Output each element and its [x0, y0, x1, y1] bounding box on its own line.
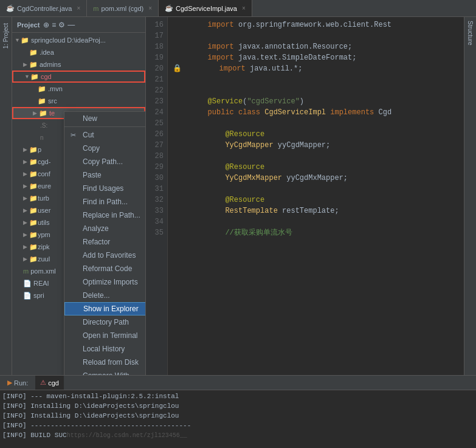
xml-file-icon: m — [93, 5, 98, 12]
sidebar-header: Project ⊕ ≡ ⚙ — — [12, 17, 145, 33]
ctx-directory-path[interactable]: Directory Path Ctrl+Alt+F12 — [64, 315, 146, 329]
bottom-tab-cgd[interactable]: ⚠ cgd — [35, 376, 64, 390]
ctx-add-favorites[interactable]: Add to Favorites — [64, 249, 146, 262]
log-line-3: [INFO] Installing D:\ideaProjects\spring… — [2, 411, 474, 421]
java-file-icon: ☕ — [6, 4, 15, 12]
tab-label-cgdserviceimpl: CgdServiceImpl.java — [176, 5, 237, 12]
code-line-19: import java.text.SimpleDateFormat; — [173, 52, 459, 63]
ctx-findpath-label: Find in Path... — [83, 198, 146, 206]
folder-icon-eure: 📁 — [29, 182, 38, 190]
line-num-16: 16 — [146, 19, 167, 30]
tree-item-idea[interactable]: 📁 .idea — [12, 46, 145, 58]
tree-label-mvn: .mvn — [48, 85, 63, 92]
line-num-20: 20 — [146, 63, 167, 74]
ctx-copy[interactable]: Copy Ctrl+C — [64, 142, 146, 155]
tab-cgdserviceimpl[interactable]: ☕ CgdServiceImpl.java × — [159, 0, 252, 16]
ctx-new[interactable]: New ▶ — [64, 112, 146, 125]
line-num-26: 26 — [146, 129, 167, 140]
tab-label-cgdcontroller: CgdController.java — [17, 5, 72, 12]
tree-item-springcloud[interactable]: ▼ 📁 springcloud D:\ideaProj... — [12, 34, 145, 46]
tab-label-pomxml: pom.xml (cgd) — [102, 5, 144, 12]
ctx-open-terminal[interactable]: Open in Terminal — [64, 329, 146, 342]
tree-item-src[interactable]: 📁 src — [12, 95, 145, 107]
ctx-find-usages[interactable]: Find Usages Alt+F7 — [64, 182, 146, 195]
tab-close-pomxml[interactable]: × — [148, 5, 152, 12]
tree-item-cgd[interactable]: ▼ 📁 cgd — [12, 71, 145, 83]
tree-item-admins[interactable]: ▶ 📁 admins — [12, 58, 145, 71]
ctx-cut-icon: ✂ — [71, 131, 80, 139]
ctx-compare[interactable]: Compare With... Ctrl+D — [64, 369, 146, 375]
ctx-cut-label: Cut — [83, 131, 146, 139]
project-panel-tab[interactable]: 1: Project — [1, 19, 10, 52]
line-numbers: 16 17 18 19 20 21 22 23 24 25 26 27 28 2… — [146, 17, 168, 375]
run-tab-label: Run: — [14, 379, 28, 387]
ctx-optimize-label: Optimize Imports — [83, 278, 146, 286]
tree-label-cgd: cgd — [41, 73, 52, 80]
line-num-33: 33 — [146, 205, 167, 216]
ctx-analyze[interactable]: Analyze ▶ — [64, 222, 146, 235]
collapse-icon[interactable]: ≡ — [52, 21, 56, 29]
ctx-delete[interactable]: Delete... Delete — [64, 289, 146, 302]
folder-icon-mvn: 📁 — [38, 85, 46, 93]
ctx-reload-disk[interactable]: Reload from Disk — [64, 356, 146, 369]
code-line-16: import org.springframework.web.client.Re… — [173, 19, 459, 30]
ctx-refactor[interactable]: Refactor ▶ — [64, 235, 146, 249]
code-line-26: @Resource — [173, 129, 459, 140]
tree-label-springcloud: springcloud D:\ideaProj... — [31, 36, 106, 44]
code-line-30: YyCgdMxMapper yyCgdMxMapper; — [173, 173, 459, 184]
ctx-find-path[interactable]: Find in Path... Ctrl+Shift+F — [64, 195, 146, 208]
gear-icon[interactable]: ⚙ — [58, 21, 65, 29]
code-line-32: @Resource — [173, 195, 459, 205]
tab-cgdcontroller[interactable]: ☕ CgdController.java × — [0, 0, 87, 16]
line-num-22: 22 — [146, 85, 167, 96]
folder-icon-cgd: 📁 — [30, 73, 39, 81]
tab-bar: ☕ CgdController.java × m pom.xml (cgd) ×… — [0, 0, 476, 17]
ctx-show-explorer[interactable]: Show in Explorer — [64, 302, 146, 315]
log-line-5: [INFO] BUILD SUChttps://blog.csdn.net/zj… — [2, 430, 474, 440]
tab-close-cgdcontroller[interactable]: × — [77, 5, 81, 12]
java-file-icon-2: ☕ — [165, 4, 173, 12]
minimize-icon[interactable]: — — [67, 21, 75, 29]
tab-pomxml[interactable]: m pom.xml (cgd) × — [87, 0, 159, 16]
line-num-19: 19 — [146, 52, 167, 63]
line-num-24: 24 — [146, 107, 167, 118]
line-num-28: 28 — [146, 151, 167, 162]
folder-icon-zipk: 📁 — [29, 243, 38, 251]
code-line-22 — [173, 85, 459, 96]
tree-arrow-te: ▶ — [33, 110, 39, 116]
code-line-27: YyCgdMapper yyCgdMapper; — [173, 140, 459, 151]
project-sidebar: Project ⊕ ≡ ⚙ — ▼ 📁 springcloud D:\ideaP… — [12, 17, 146, 375]
ctx-copy-label: Copy — [83, 144, 146, 153]
folder-icon-p: 📁 — [29, 146, 38, 154]
tab-close-cgdserviceimpl[interactable]: × — [242, 5, 246, 12]
ctx-paste[interactable]: Paste Ctrl+V — [64, 168, 146, 182]
line-num-17: 17 — [146, 30, 167, 41]
line-num-21: 21 — [146, 74, 167, 85]
line-num-18: 18 — [146, 41, 167, 52]
line-num-32: 32 — [146, 195, 167, 205]
ctx-replace-path[interactable]: Replace in Path... Ctrl+Shift+R — [64, 208, 146, 222]
code-line-23: @Service("cgdService") — [173, 96, 459, 107]
structure-panel-tab[interactable]: Structure — [466, 17, 475, 49]
tree-label-idea: .idea — [40, 49, 54, 56]
ctx-cut[interactable]: ✂ Cut Ctrl+X — [64, 128, 146, 142]
ctx-reformat-label: Reformat Code — [83, 264, 146, 273]
ctx-terminal-label: Open in Terminal — [83, 331, 146, 340]
ctx-copy-path[interactable]: Copy Path... — [64, 155, 146, 168]
bottom-panel: ▶ Run: ⚠ cgd [INFO] --- maven-install-pl… — [0, 375, 476, 448]
tree-label-s: .S: — [40, 122, 47, 129]
ctx-optimize[interactable]: Optimize Imports Ctrl+Alt+O — [64, 275, 146, 289]
bottom-log-content: [INFO] --- maven-install-plugin:2.5.2:in… — [0, 390, 476, 448]
line-num-23: 23 — [146, 96, 167, 107]
bottom-tab-run[interactable]: ▶ Run: — [2, 376, 33, 390]
ctx-reformat[interactable]: Reformat Code Ctrl+Alt+L — [64, 262, 146, 275]
ctx-analyze-label: Analyze — [83, 224, 146, 233]
ctx-compare-label: Compare With... — [83, 371, 146, 375]
code-editor[interactable]: 16 17 18 19 20 21 22 23 24 25 26 27 28 2… — [146, 17, 464, 375]
ctx-sep-1 — [64, 126, 146, 127]
ctx-explorer-label: Show in Explorer — [83, 305, 146, 313]
context-menu: New ▶ ✂ Cut Ctrl+X Copy Ctrl+C — [64, 111, 146, 375]
tree-item-mvn[interactable]: 📁 .mvn — [12, 83, 145, 95]
ctx-local-history[interactable]: Local History ▶ — [64, 342, 146, 356]
sync-icon[interactable]: ⊕ — [43, 21, 49, 29]
